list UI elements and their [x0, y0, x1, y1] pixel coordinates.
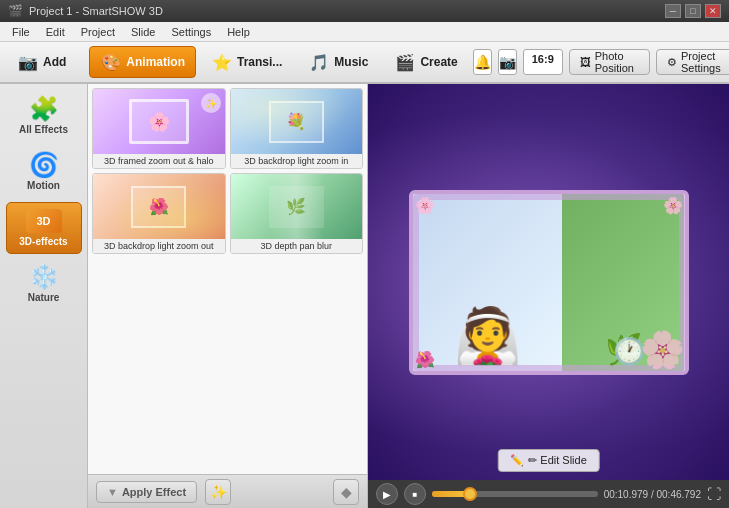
photo-position-button[interactable]: 🖼 Photo Position [569, 49, 650, 75]
minimize-button[interactable]: ─ [665, 4, 681, 18]
menu-help[interactable]: Help [219, 24, 258, 40]
music-button[interactable]: 🎵 Music [297, 46, 379, 78]
title-bar: 🎬 Project 1 - SmartSHOW 3D ─ □ ✕ [0, 0, 729, 22]
all-effects-icon: 🧩 [29, 97, 59, 121]
play-button[interactable]: ▶ [376, 483, 398, 505]
create-button[interactable]: 🎬 Create [383, 46, 468, 78]
category-motion[interactable]: 🌀 Motion [6, 146, 82, 198]
toolbar: 📷 Add 🎨 Animation ⭐ Transi... 🎵 Music 🎬 … [0, 42, 729, 84]
progress-thumb[interactable] [463, 487, 477, 501]
preview-area: 👰 🌿 🌸 🌸 🌺 🕐 🌸 ✏️ ✏ Edit Slide [368, 84, 729, 480]
progress-bar[interactable] [432, 491, 598, 497]
3d-effects-icon: 3D [26, 209, 62, 233]
effect-item-1[interactable]: 🌸 ✨ 3D framed zoom out & halo [92, 88, 226, 169]
menu-settings[interactable]: Settings [163, 24, 219, 40]
add-button[interactable]: 📷 Add [6, 46, 77, 78]
magic-wand-icon: ✨ [210, 484, 227, 500]
apply-arrow-icon: ▼ [107, 486, 118, 498]
close-button[interactable]: ✕ [705, 4, 721, 18]
apply-bar: ▼ Apply Effect ✨ ◆ [88, 474, 367, 508]
magic-wand-button[interactable]: ✨ [205, 479, 231, 505]
music-icon: 🎵 [308, 51, 330, 73]
effects-panel: 🧩 All Effects 🌀 Motion 3D 3D-effects ❄️ … [0, 84, 88, 508]
category-3d-effects[interactable]: 3D 3D-effects [6, 202, 82, 254]
effect-item-2[interactable]: 💐 3D backdrop light zoom in [230, 88, 364, 169]
effect-item-4[interactable]: 🌿 3D depth pan blur [230, 173, 364, 254]
notification-button[interactable]: 🔔 [473, 49, 492, 75]
edit-slide-button[interactable]: ✏️ ✏ Edit Slide [497, 449, 600, 472]
effects-grid: 🌸 ✨ 3D framed zoom out & halo 💐 3D backd… [88, 84, 367, 474]
photo-pos-icon: 🖼 [580, 56, 591, 68]
menu-edit[interactable]: Edit [38, 24, 73, 40]
apply-effect-button[interactable]: ▼ Apply Effect [96, 481, 197, 503]
preview-panel: 👰 🌿 🌸 🌸 🌺 🕐 🌸 ✏️ ✏ Edit Slide [368, 84, 729, 508]
animation-icon: 🎨 [100, 51, 122, 73]
ratio-button[interactable]: 16:9 [523, 49, 563, 75]
transition-icon: ⭐ [211, 51, 233, 73]
project-settings-button[interactable]: ⚙ Project Settings [656, 49, 729, 75]
effect-thumb-1: 🌸 ✨ [93, 89, 225, 154]
menu-project[interactable]: Project [73, 24, 123, 40]
effect-thumb-3: 🌺 [93, 174, 225, 239]
share-button[interactable]: 📷 [498, 49, 517, 75]
fullscreen-button[interactable]: ⛶ [707, 486, 721, 502]
effects-grid-panel: 🌸 ✨ 3D framed zoom out & halo 💐 3D backd… [88, 84, 368, 508]
stop-button[interactable]: ■ [404, 483, 426, 505]
main-area: 🧩 All Effects 🌀 Motion 3D 3D-effects ❄️ … [0, 84, 729, 508]
category-nature[interactable]: ❄️ Nature [6, 258, 82, 310]
menu-bar: File Edit Project Slide Settings Help [0, 22, 729, 42]
effect-thumb-2: 💐 [231, 89, 363, 154]
nature-icon: ❄️ [29, 265, 59, 289]
animation-button[interactable]: 🎨 Animation [89, 46, 196, 78]
motion-icon: 🌀 [29, 153, 59, 177]
menu-slide[interactable]: Slide [123, 24, 163, 40]
preview-frame: 👰 🌿 🌸 🌸 🌺 🕐 🌸 [409, 190, 689, 375]
menu-file[interactable]: File [4, 24, 38, 40]
playback-bar: ▶ ■ 00:10.979 / 00:46.792 ⛶ [368, 480, 729, 508]
add-icon: 📷 [17, 51, 39, 73]
create-icon: 🎬 [394, 51, 416, 73]
bride-groom-photo: 👰 [413, 194, 563, 371]
transition-button[interactable]: ⭐ Transi... [200, 46, 293, 78]
settings-icon: ⚙ [667, 56, 677, 69]
effect-item-3[interactable]: 🌺 3D backdrop light zoom out [92, 173, 226, 254]
time-display: 00:10.979 / 00:46.792 [604, 489, 701, 500]
effect-label-1: 3D framed zoom out & halo [93, 154, 225, 168]
settings-effect-button[interactable]: ◆ [333, 479, 359, 505]
effect-label-2: 3D backdrop light zoom in [231, 154, 363, 168]
effect-thumb-4: 🌿 [231, 174, 363, 239]
app-title: Project 1 - SmartSHOW 3D [29, 5, 163, 17]
edit-icon: ✏️ [510, 454, 524, 467]
category-all-effects[interactable]: 🧩 All Effects [6, 90, 82, 142]
effect-label-4: 3D depth pan blur [231, 239, 363, 253]
effect-label-3: 3D backdrop light zoom out [93, 239, 225, 253]
settings-small-icon: ◆ [341, 484, 352, 500]
maximize-button[interactable]: □ [685, 4, 701, 18]
